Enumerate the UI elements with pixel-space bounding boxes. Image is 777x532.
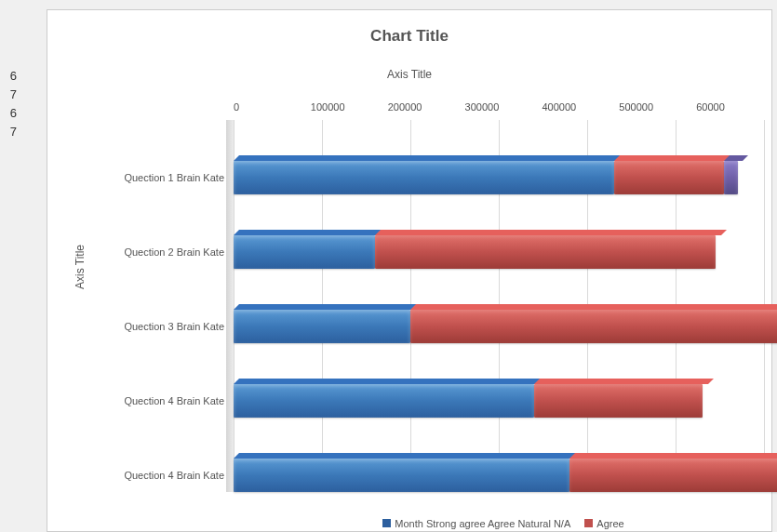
bar-segment <box>410 310 777 343</box>
x-tick: 200000 <box>388 101 465 113</box>
bar-segment <box>234 459 569 492</box>
x-axis-ticks: 0 100000 200000 300000 400000 500000 600… <box>234 101 773 113</box>
legend-label: Agree <box>596 518 623 529</box>
x-tick: 0 <box>234 101 311 113</box>
x-tick: 300000 <box>465 101 543 113</box>
bar-row: Quection 2 Brain Kate <box>234 235 773 269</box>
legend-item: Month Strong agree Agree Natural N/A <box>382 518 570 529</box>
bar-row: Quection 1 Brain Kate <box>234 161 773 194</box>
legend-label: Month Strong agree Agree Natural N/A <box>395 518 570 529</box>
bar-segment <box>534 384 703 418</box>
category-label: Quection 3 Brain Kate <box>85 321 224 332</box>
x-tick: 100000 <box>311 101 388 113</box>
x-axis-title: Axis Title <box>47 68 771 81</box>
legend: Month Strong agree Agree Natural N/A Agr… <box>234 518 773 530</box>
category-label: Quection 2 Brain Kate <box>85 246 224 258</box>
chart-object[interactable]: Chart Title Axis Title 0 100000 200000 3… <box>47 9 772 532</box>
bar-segment <box>234 384 534 418</box>
legend-item: Agree <box>584 518 623 529</box>
plot-area: Quection 1 Brain KateQuection 2 Brain Ka… <box>234 120 773 492</box>
bar-segment <box>614 161 725 194</box>
chart-wall <box>226 120 234 492</box>
rownum: 7 <box>0 123 17 141</box>
x-tick: 60000 <box>696 101 773 113</box>
legend-swatch-red <box>584 519 593 527</box>
rownum: 6 <box>0 104 17 123</box>
bar-segment <box>234 161 614 194</box>
row-numbers-fragment: 6 7 6 7 <box>0 67 17 141</box>
bar-row: Quection 4 Brain Kate <box>234 384 773 418</box>
bar-segment <box>569 459 777 492</box>
bar-segment <box>724 161 737 194</box>
chart-title: Chart Title <box>47 27 771 46</box>
x-tick: 400000 <box>542 101 619 113</box>
rownum: 6 <box>0 67 17 86</box>
bar-row: Quection 3 Brain Kate <box>234 310 773 343</box>
bar-segment <box>234 235 375 269</box>
rownum: 7 <box>0 86 17 104</box>
category-label: Quection 4 Brain Kate <box>85 470 224 481</box>
x-tick: 500000 <box>619 101 696 113</box>
bar-row: Quection 4 Brain Kate <box>234 459 773 492</box>
bar-segment <box>375 235 716 269</box>
legend-swatch-blue <box>382 519 391 527</box>
category-label: Quection 4 Brain Kate <box>85 395 224 406</box>
category-label: Quection 1 Brain Kate <box>85 172 224 183</box>
bar-segment <box>234 310 410 343</box>
